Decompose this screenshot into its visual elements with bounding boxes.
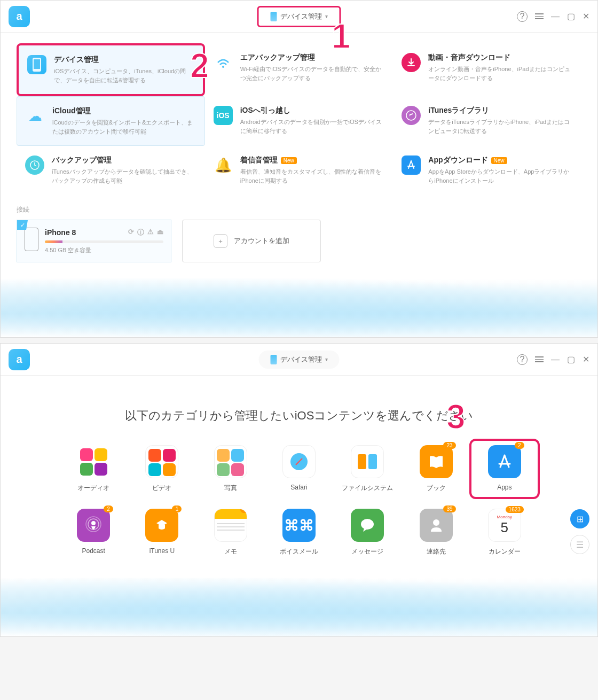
svg-point-2	[222, 66, 224, 68]
category-voicemail[interactable]: ⌘⌘ ボイスメール	[270, 509, 328, 556]
warning-icon[interactable]: ⚠	[147, 228, 154, 237]
memo-icon: 1	[214, 509, 247, 542]
refresh-icon[interactable]: ⟳	[128, 228, 134, 237]
svg-rect-1	[34, 59, 40, 69]
new-badge: New	[491, 157, 507, 164]
svg-point-3	[406, 111, 416, 120]
window-controls: ? — ▢ ✕	[517, 354, 589, 365]
window-2: 3 a デバイス管理 ▾ ? — ▢ ✕ 以下のカテゴリから管理したいiOSコン…	[0, 343, 598, 637]
category-message[interactable]: メッセージ	[339, 509, 396, 556]
category-video[interactable]: ビデオ	[133, 445, 191, 493]
category-filesystem[interactable]: ファイルシステム	[339, 445, 396, 493]
new-badge: New	[281, 157, 297, 164]
maximize-button[interactable]: ▢	[567, 354, 575, 364]
top-menu-device-manage[interactable]: デバイス管理 ▾	[257, 6, 341, 27]
minimize-button[interactable]: —	[551, 12, 560, 21]
category-audio[interactable]: オーディオ	[65, 445, 122, 493]
category-calendar[interactable]: Monday51623 カレンダー	[476, 509, 533, 556]
add-account-button[interactable]: + アカウントを追加	[182, 220, 321, 262]
ios-icon: iOS	[214, 106, 233, 125]
contacts-icon: 39	[420, 509, 453, 542]
feature-ios-migrate[interactable]: iOS iOSへ引っ越しAndroidデバイスのデータを個別か一括でiOSデバイ…	[205, 96, 394, 146]
callout-1: 1	[332, 17, 351, 56]
callout-2: 2	[190, 46, 209, 85]
close-button[interactable]: ✕	[583, 354, 589, 364]
app-logo-icon[interactable]: a	[9, 349, 30, 370]
phone-icon	[271, 12, 277, 21]
photo-icon	[214, 445, 247, 478]
top-menu-label: デバイス管理	[280, 12, 322, 21]
appstore-icon	[402, 155, 421, 175]
device-icon	[27, 55, 46, 74]
titlebar: a デバイス管理 ▾ ? — ▢ ✕	[1, 1, 597, 33]
bell-icon: 🔔	[214, 155, 233, 175]
wave-decoration	[1, 278, 597, 337]
maximize-button[interactable]: ▢	[567, 11, 575, 21]
category-grid: オーディオ ビデオ 写真 Safari ファイルシステム 23 ブック 2 Ap…	[1, 445, 597, 578]
voicemail-icon: ⌘⌘	[282, 509, 316, 542]
category-itunesu[interactable]: 1 iTunes U	[133, 509, 191, 556]
close-button[interactable]: ✕	[583, 11, 589, 21]
audio-icon	[77, 445, 110, 478]
storage-bar	[45, 240, 163, 243]
category-memo[interactable]: 1 メモ	[202, 509, 259, 556]
feature-media-download[interactable]: 動画・音声ダウンロードオンライン動画・音声をiPhone、iPadまたはコンピュ…	[393, 43, 581, 96]
storage-text: 4.50 GB 空き容量	[45, 246, 163, 254]
clock-icon	[25, 155, 44, 175]
info-icon[interactable]: ⓘ	[137, 228, 144, 237]
svg-point-9	[361, 519, 374, 530]
window-controls: ? — ▢ ✕	[517, 11, 589, 22]
window-1: 1 2 a デバイス管理 ▾ ? — ▢ ✕ デバイス管理iOSデバイス、コンピ…	[0, 0, 598, 338]
help-icon[interactable]: ?	[517, 354, 528, 365]
svg-point-10	[433, 519, 439, 526]
category-apps[interactable]: 2 Apps	[469, 439, 540, 499]
cloud-icon: ☁	[26, 106, 45, 126]
help-icon[interactable]: ?	[517, 11, 528, 22]
menu-icon[interactable]	[535, 13, 544, 19]
chevron-down-icon: ▾	[325, 13, 328, 19]
podcast-icon: 2	[77, 509, 110, 542]
category-photo[interactable]: 写真	[202, 445, 259, 493]
calendar-icon: Monday51623	[488, 509, 521, 542]
device-actions: ⟳ ⓘ ⚠ ⏏	[128, 228, 163, 237]
eject-icon[interactable]: ⏏	[157, 228, 163, 237]
top-menu-device-manage[interactable]: デバイス管理 ▾	[259, 351, 340, 369]
callout-3: 3	[446, 397, 466, 437]
grid-view-button[interactable]: ⊞	[570, 509, 589, 528]
feature-itunes-library[interactable]: iTunesライブラリデータをiTunesライブラリからiPhone、iPadま…	[393, 96, 581, 146]
category-book[interactable]: 23 ブック	[407, 445, 465, 493]
category-safari[interactable]: Safari	[270, 445, 328, 493]
connect-label: 接続	[17, 205, 581, 214]
itunes-icon	[402, 106, 421, 125]
connect-section: 接続 ✓ iPhone 8 ⟳ ⓘ ⚠ ⏏ 4.50 GB 空き容量	[1, 200, 597, 278]
category-podcast[interactable]: 2 Podcast	[65, 509, 122, 556]
feature-icloud-manage[interactable]: ☁ iCloud管理iCoudのデータを閲覧&インポート&エクスポート、または複…	[17, 96, 205, 146]
check-icon: ✓	[17, 220, 28, 230]
feature-air-backup[interactable]: エアバックアップ管理Wi-Fi経由でiOSデバイスのデータを自動的で、安全かつ完…	[205, 43, 394, 96]
app-logo-icon[interactable]: a	[9, 6, 30, 27]
message-icon	[351, 509, 384, 542]
floating-buttons: ⊞ ☰	[570, 509, 589, 554]
filesystem-icon	[351, 445, 384, 478]
feature-backup-manage[interactable]: バックアップ管理iTunesバックアップからデータを確認して抽出でき、バックアッ…	[17, 146, 205, 195]
content-title: 以下のカテゴリから管理したいiOSコンテンツを選んでください	[1, 376, 597, 445]
download-icon	[402, 53, 421, 72]
book-icon: 23	[420, 445, 453, 478]
wave-decoration	[1, 578, 597, 636]
list-view-button[interactable]: ☰	[570, 535, 589, 554]
phone-icon	[271, 355, 277, 364]
device-phone-icon	[25, 228, 38, 251]
plus-icon: +	[214, 234, 227, 248]
feature-ringtone-manage[interactable]: 🔔 着信音管理New着信音、通知音をカスタマイズし、個性的な着信音をiPhone…	[205, 146, 394, 195]
minimize-button[interactable]: —	[551, 355, 560, 364]
feature-app-download[interactable]: AppダウンロードNewAppをApp Storeからダウンロード、Appライブ…	[393, 146, 581, 195]
feature-device-manage[interactable]: デバイス管理iOSデバイス、コンピュータ、iTunes、iCloudの間で、デー…	[17, 43, 205, 96]
menu-icon[interactable]	[535, 356, 544, 362]
device-card[interactable]: ✓ iPhone 8 ⟳ ⓘ ⚠ ⏏ 4.50 GB 空き容量	[17, 220, 171, 262]
safari-icon	[282, 445, 316, 478]
wifi-icon	[214, 53, 233, 72]
chevron-down-icon: ▾	[325, 356, 328, 362]
category-contacts[interactable]: 39 連絡先	[407, 509, 465, 556]
video-icon	[145, 445, 178, 478]
itunesu-icon: 1	[145, 509, 178, 542]
